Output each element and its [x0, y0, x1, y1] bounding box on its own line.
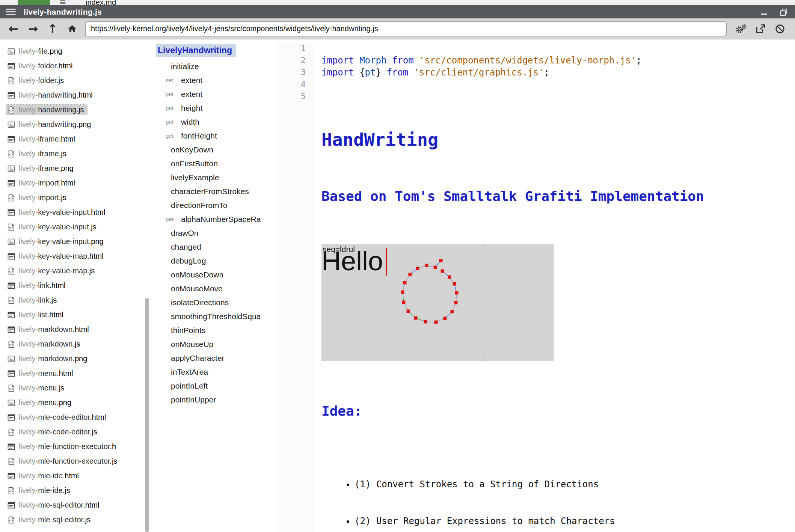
stroke-control-point[interactable]: [444, 317, 447, 320]
outline-item[interactable]: initialize: [156, 59, 276, 73]
file-row[interactable]: lively-iframe.js: [0, 146, 149, 161]
file-row[interactable]: lively-import.js: [0, 190, 149, 205]
file-row[interactable]: lively-mle-ide.html: [0, 469, 149, 483]
code-line[interactable]: import Morph from 'src/components/widget…: [314, 54, 795, 66]
stroke-control-point[interactable]: [455, 291, 459, 295]
outline-item[interactable]: applyCharacter: [156, 351, 276, 365]
file-row[interactable]: lively-menu.js: [0, 381, 149, 395]
image-file-icon: [7, 238, 15, 246]
stroke-control-point[interactable]: [451, 310, 454, 313]
file-list-scrollbar[interactable]: [145, 298, 149, 532]
stroke-control-point[interactable]: [441, 270, 444, 273]
cancel-button[interactable]: [770, 20, 790, 38]
outline-item[interactable]: isolateDirections: [156, 295, 276, 309]
file-row[interactable]: lively-list.html: [0, 307, 149, 322]
file-row[interactable]: lively-key-value-map.html: [0, 249, 149, 264]
file-row[interactable]: lively-mle-code-editor.html: [0, 410, 149, 425]
open-external-button[interactable]: [751, 20, 770, 38]
forward-button[interactable]: →: [23, 20, 43, 38]
file-row[interactable]: lively-mle-sql-editor.js: [0, 512, 149, 527]
file-row[interactable]: lively-folder.js: [0, 73, 149, 88]
outline-item[interactable]: inTextArea: [156, 365, 276, 379]
outline-item[interactable]: getheight: [156, 101, 276, 115]
minimize-icon[interactable]: [760, 8, 769, 17]
outline-item[interactable]: livelyExample: [156, 170, 276, 184]
stroke-control-point[interactable]: [434, 321, 438, 324]
up-button[interactable]: ↑: [43, 20, 62, 38]
stroke-control-point[interactable]: [402, 301, 406, 304]
outline-item[interactable]: characterFromStrokes: [156, 184, 276, 198]
outline-item[interactable]: getwidth: [156, 115, 276, 129]
outline-item[interactable]: onMouseUp: [156, 337, 276, 351]
stroke-control-point[interactable]: [439, 259, 443, 262]
stroke-control-point[interactable]: [453, 282, 456, 286]
file-row[interactable]: lively-iframe.html: [0, 132, 149, 146]
method-name: pointInUpper: [171, 395, 216, 404]
url-input[interactable]: [85, 21, 727, 36]
file-row[interactable]: lively-handwriting.png: [0, 117, 149, 132]
outline-class-title[interactable]: LivelyHandwriting: [156, 44, 236, 57]
file-row[interactable]: lively-mle-ide.js: [0, 483, 149, 498]
outline-item[interactable]: thinPoints: [156, 323, 276, 337]
outline-item[interactable]: onMouseMove: [156, 282, 276, 295]
outline-item[interactable]: directionFromTo: [156, 198, 276, 212]
stroke-control-point[interactable]: [414, 316, 418, 320]
outline-item[interactable]: pointInUpper: [156, 393, 276, 407]
file-row[interactable]: lively-import.html: [0, 176, 149, 190]
outline-item[interactable]: smoothingThresholdSqua: [156, 309, 276, 323]
image-file-icon: [7, 121, 15, 129]
outline-item[interactable]: drawOn: [156, 226, 276, 240]
file-row[interactable]: lively-key-value-input.html: [0, 205, 149, 220]
stroke-control-point[interactable]: [448, 276, 451, 279]
js-file-icon: [7, 340, 15, 348]
settings-button[interactable]: [731, 20, 751, 38]
file-row[interactable]: lively-menu.html: [0, 366, 149, 381]
code-line[interactable]: import {pt} from 'src/client/graphics.js…: [314, 66, 795, 78]
markdown-widget-slot[interactable]: HandWriting Based on Tom's Smalltalk Gra…: [314, 102, 795, 532]
outline-item[interactable]: onFirstButton: [156, 157, 276, 170]
outline-item[interactable]: setextent: [156, 73, 276, 87]
back-button[interactable]: ←: [4, 20, 23, 38]
stroke-control-point[interactable]: [403, 281, 407, 285]
menu-icon[interactable]: [6, 9, 16, 15]
stroke-control-point[interactable]: [454, 301, 458, 304]
outline-item[interactable]: getalphaNumberSpaceRa: [156, 212, 276, 226]
file-row[interactable]: lively-key-value-input.js: [0, 220, 149, 234]
file-row[interactable]: lively-markdown.html: [0, 322, 149, 337]
stroke-control-point[interactable]: [434, 266, 437, 269]
file-row[interactable]: lively-mle-sql-editor.html: [0, 498, 149, 512]
html-file-icon: [7, 413, 15, 422]
file-row[interactable]: lively-mle-function-executor.h: [0, 439, 149, 454]
file-row[interactable]: lively-mle-code-editor.js: [0, 425, 149, 439]
stroke-control-point[interactable]: [401, 291, 404, 294]
file-row[interactable]: lively-link.html: [0, 278, 149, 293]
stroke-control-point[interactable]: [409, 273, 412, 276]
file-row[interactable]: lively-markdown.js: [0, 337, 149, 351]
outline-item[interactable]: onKeyDown: [156, 143, 276, 157]
outline-item[interactable]: getfontHeight: [156, 129, 276, 143]
stroke-control-point[interactable]: [425, 264, 428, 267]
code-editor[interactable]: 12import Morph from 'src/components/widg…: [276, 39, 795, 532]
stroke-control-point[interactable]: [416, 267, 419, 270]
file-row[interactable]: lively-markdown.png: [0, 351, 149, 366]
outline-item[interactable]: getextent: [156, 87, 276, 101]
outline-item[interactable]: changed: [156, 240, 276, 254]
file-row[interactable]: lively-key-value-map.js: [0, 264, 149, 278]
outline-item[interactable]: onMouseDown: [156, 268, 276, 282]
file-row[interactable]: lively-file.png: [0, 44, 149, 59]
stroke-control-point[interactable]: [424, 320, 427, 324]
file-row[interactable]: lively-mle-function-executor.js: [0, 454, 149, 469]
file-row[interactable]: lively-menu.png: [0, 395, 149, 410]
file-row[interactable]: lively-iframe.png: [0, 161, 149, 176]
maximize-icon[interactable]: [779, 8, 788, 17]
stroke-control-point[interactable]: [407, 310, 410, 313]
file-row[interactable]: lively-key-value-input.png: [0, 234, 149, 249]
home-button[interactable]: [62, 20, 82, 38]
file-row[interactable]: lively-link.js: [0, 293, 149, 307]
outline-item[interactable]: debugLog: [156, 254, 276, 268]
outline-item[interactable]: pointInLeft: [156, 379, 276, 393]
outline-method-list: initializesetextentgetextentgetheightget…: [156, 59, 276, 407]
file-row[interactable]: lively-folder.html: [0, 59, 149, 73]
file-row[interactable]: lively-handwriting.js: [0, 102, 149, 117]
file-row[interactable]: lively-handwriting.html: [0, 88, 149, 102]
